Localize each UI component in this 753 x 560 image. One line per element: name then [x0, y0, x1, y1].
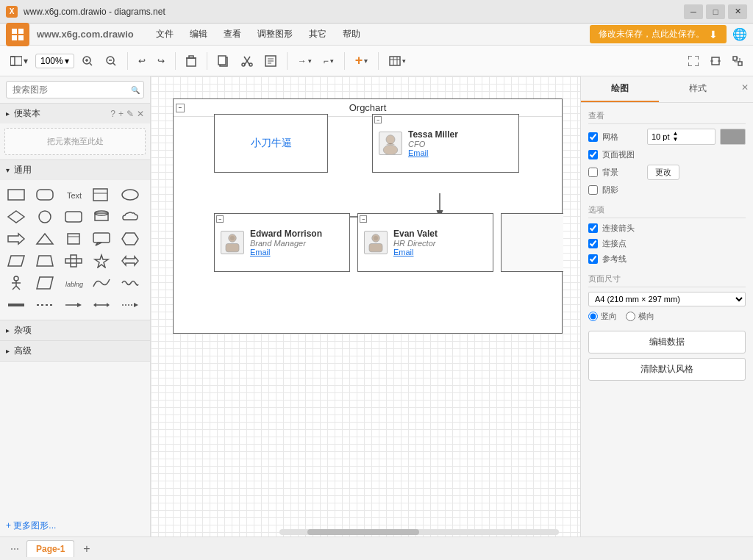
shape-rect[interactable]: [4, 184, 28, 205]
reset-view-button[interactable]: [728, 53, 747, 69]
shape-data[interactable]: [33, 273, 57, 293]
close-button[interactable]: ✕: [728, 4, 747, 19]
shape-process[interactable]: [62, 207, 85, 227]
shape-diamond[interactable]: [4, 207, 28, 227]
shape-dash[interactable]: [33, 295, 57, 315]
add-icon[interactable]: +: [118, 109, 124, 119]
insert-button[interactable]: +▾: [351, 50, 373, 71]
search-input[interactable]: [6, 81, 144, 98]
redo-button[interactable]: ↪: [153, 53, 169, 69]
fullscreen-button[interactable]: [684, 53, 703, 69]
menu-other[interactable]: 其它: [301, 25, 334, 43]
shape-trapezoid[interactable]: [33, 251, 57, 271]
shape-ellipse[interactable]: [118, 184, 142, 205]
shape-actor[interactable]: [4, 273, 28, 293]
grid-value[interactable]: 10 pt ▲ ▼: [647, 129, 715, 145]
page-size-select[interactable]: A4 (210 mm × 297 mm): [588, 292, 746, 306]
maximize-button[interactable]: □: [706, 4, 725, 19]
more-shapes-link[interactable]: + 更多图形...: [6, 520, 56, 531]
menu-view[interactable]: 查看: [216, 25, 249, 43]
shape-arrow-line[interactable]: [62, 295, 85, 315]
shape-note[interactable]: [90, 184, 113, 205]
save-notice[interactable]: 修改未保存，点此处保存。 ⬇: [590, 25, 727, 43]
zoom-in-button[interactable]: [77, 52, 98, 70]
page-view-checkbox[interactable]: [588, 150, 598, 159]
shape-triangle[interactable]: [33, 229, 57, 249]
shape-wave[interactable]: [118, 273, 142, 293]
connect-point-checkbox[interactable]: [588, 239, 598, 248]
grid-checkbox[interactable]: [588, 132, 598, 142]
shape-text[interactable]: Text: [62, 184, 85, 205]
table-button[interactable]: ▾: [385, 53, 410, 69]
advanced-section-header[interactable]: ▸ 高级: [0, 341, 150, 361]
hr-director-node[interactable]: − Evan Valet HR Director Email: [357, 213, 493, 272]
shape-cylinder2[interactable]: [62, 229, 85, 249]
tab-draw[interactable]: 绘图: [581, 76, 659, 102]
connector-button[interactable]: ⌐ ▾: [319, 53, 338, 69]
shape-double-arrow[interactable]: [118, 251, 142, 271]
change-button[interactable]: 更改: [647, 165, 679, 180]
tab-style[interactable]: 样式: [659, 76, 737, 102]
zoom-control[interactable]: 100% ▾: [35, 54, 74, 68]
shape-dotted-arrow[interactable]: [118, 295, 142, 315]
globe-icon[interactable]: 🌐: [732, 27, 747, 41]
shape-cylinder[interactable]: [90, 207, 113, 227]
shape-arrow-right[interactable]: [4, 229, 28, 249]
cut-button[interactable]: [237, 52, 257, 70]
shape-cross[interactable]: [62, 251, 85, 271]
menu-help[interactable]: 帮助: [335, 25, 368, 43]
orgchart-container[interactable]: − Orgchart: [173, 98, 563, 334]
format-button[interactable]: [260, 52, 281, 70]
shape-parallelogram[interactable]: [4, 251, 28, 271]
menu-file[interactable]: 文件: [149, 25, 181, 43]
shape-cloud[interactable]: [118, 207, 142, 227]
edit-data-button[interactable]: 编辑数据: [588, 331, 746, 353]
shape-callout[interactable]: [90, 229, 113, 249]
shape-bidirectional[interactable]: [90, 295, 113, 315]
grid-down-arrow[interactable]: ▼: [672, 137, 678, 143]
cfo-node[interactable]: − Tessa Miller CFO Email: [372, 114, 519, 173]
edit-icon[interactable]: ✎: [126, 109, 134, 119]
shape-curve[interactable]: [90, 273, 113, 293]
shadow-checkbox[interactable]: [588, 185, 598, 195]
menu-edit[interactable]: 编辑: [182, 25, 215, 43]
minimize-button[interactable]: ─: [684, 4, 703, 19]
shape-hexagon[interactable]: [118, 229, 142, 249]
shape-label[interactable]: lablng: [62, 273, 85, 293]
general-section-header[interactable]: ▾ 通用: [0, 160, 150, 180]
hr-email[interactable]: Email: [393, 248, 487, 256]
menu-adjust[interactable]: 调整图形: [250, 25, 300, 43]
connect-arrow-checkbox[interactable]: [588, 223, 598, 233]
delete-button[interactable]: [182, 52, 201, 70]
brand-email[interactable]: Email: [250, 248, 343, 256]
canvas-area[interactable]: − Orgchart: [151, 76, 580, 536]
partial-node[interactable]: [501, 213, 563, 272]
chinese-node[interactable]: 小刀牛逼: [214, 114, 328, 173]
portable-section-header[interactable]: ▸ 便装本 ? + ✎ ✕: [0, 104, 150, 123]
shape-line[interactable]: [4, 295, 28, 315]
brand-manager-node[interactable]: − Edward Morrison Brand Manager Email: [214, 213, 350, 272]
copy-button[interactable]: [213, 52, 234, 70]
grid-color-box[interactable]: [720, 129, 746, 145]
tab-close-button[interactable]: ✕: [737, 76, 753, 102]
cfo-collapse-btn[interactable]: −: [374, 116, 382, 123]
brand-collapse-btn[interactable]: −: [216, 215, 224, 223]
portrait-radio[interactable]: 竖向: [588, 311, 617, 322]
zoom-out-button[interactable]: [101, 52, 121, 70]
undo-button[interactable]: ↩: [134, 53, 150, 69]
fit-page-button[interactable]: [706, 53, 725, 69]
ref-line-checkbox[interactable]: [588, 254, 598, 264]
background-checkbox[interactable]: [588, 168, 598, 177]
landscape-radio[interactable]: 横向: [626, 311, 654, 322]
misc-section-header[interactable]: ▸ 杂项: [0, 320, 150, 340]
orgchart-collapse-btn[interactable]: −: [176, 104, 185, 112]
help-icon[interactable]: ?: [110, 109, 115, 119]
toggle-panel-button[interactable]: ▾: [6, 53, 32, 69]
close-icon[interactable]: ✕: [137, 109, 144, 119]
page-tab[interactable]: Page-1: [26, 540, 74, 557]
drop-zone[interactable]: 把元素拖至此处: [4, 128, 146, 155]
bottom-menu-dots[interactable]: ⋯: [6, 541, 24, 557]
hr-collapse-btn[interactable]: −: [360, 215, 367, 223]
arrow-button[interactable]: → ▾: [293, 53, 316, 69]
cfo-email[interactable]: Email: [408, 148, 513, 157]
